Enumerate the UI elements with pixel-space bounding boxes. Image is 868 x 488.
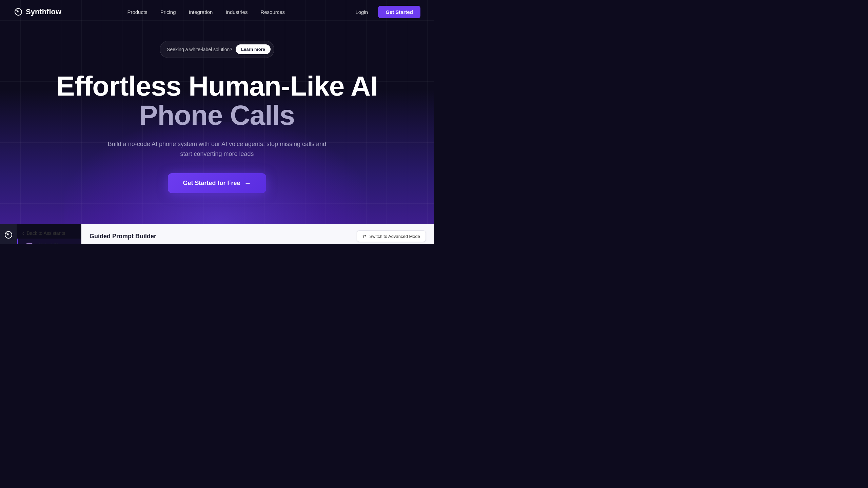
nav-resources[interactable]: Resources	[256, 6, 290, 18]
sidebar-nav: ‹ Back to Assistants 👩 Virtual AI Assist…	[17, 224, 81, 244]
panel-sidebar: T ‹ Back to Assistants 👩 Virtual AI Assi…	[0, 224, 81, 244]
sidebar-logo[interactable]	[3, 229, 14, 241]
website-section: Synthflow Products Pricing Integration I…	[0, 0, 434, 224]
back-label: Back to Assistants	[27, 230, 65, 236]
get-started-free-button[interactable]: Get Started for Free →	[168, 173, 266, 193]
nav-integration[interactable]: Integration	[184, 6, 217, 18]
switch-mode-icon: ⇄	[362, 233, 367, 239]
sidebar-s-icon	[4, 230, 13, 240]
hero-title-line2: Phone Calls	[139, 100, 295, 130]
logo-text: Synthflow	[26, 7, 61, 16]
nav-industries[interactable]: Industries	[221, 6, 252, 18]
logo-icon	[14, 7, 23, 17]
assistant-info: Virtual AI Assistant Outbound	[39, 242, 76, 244]
panel-main-content: Guided Prompt Builder ⇄ Switch to Advanc…	[81, 224, 434, 244]
chevron-left-icon: ‹	[22, 230, 24, 236]
learn-more-button[interactable]: Learn more	[236, 44, 271, 54]
nav-actions: Login Get Started	[351, 6, 420, 18]
sidebar-icon-strip: T	[0, 224, 17, 244]
hero-title: Effortless Human-Like AI Phone Calls	[56, 72, 378, 130]
bottom-panel: T ‹ Back to Assistants 👩 Virtual AI Assi…	[0, 224, 434, 244]
hero-section: Seeking a white-label solution? Learn mo…	[0, 24, 434, 193]
hero-subtitle: Build a no-code AI phone system with our…	[102, 139, 332, 159]
navbar: Synthflow Products Pricing Integration I…	[0, 0, 434, 24]
nav-products[interactable]: Products	[122, 6, 152, 18]
get-started-free-label: Get Started for Free	[183, 180, 240, 187]
assistant-avatar: 👩	[23, 243, 35, 244]
get-started-nav-button[interactable]: Get Started	[378, 6, 420, 18]
hero-title-line1: Effortless Human-Like AI	[56, 70, 378, 101]
logo[interactable]: Synthflow	[14, 7, 61, 17]
panel-title: Guided Prompt Builder	[90, 233, 156, 240]
login-button[interactable]: Login	[351, 6, 373, 18]
assistant-item[interactable]: 👩 Virtual AI Assistant Outbound	[17, 239, 81, 244]
assistant-name: Virtual AI Assistant	[39, 242, 76, 244]
switch-mode-label: Switch to Advanced Mode	[369, 234, 420, 239]
panel-header: Guided Prompt Builder ⇄ Switch to Advanc…	[90, 224, 426, 244]
white-label-text: Seeking a white-label solution?	[167, 47, 232, 52]
back-to-assistants[interactable]: ‹ Back to Assistants	[17, 228, 81, 239]
white-label-banner: Seeking a white-label solution? Learn mo…	[160, 41, 274, 58]
switch-to-advanced-button[interactable]: ⇄ Switch to Advanced Mode	[357, 230, 426, 242]
arrow-right-icon: →	[244, 179, 251, 187]
nav-pricing[interactable]: Pricing	[156, 6, 181, 18]
nav-links: Products Pricing Integration Industries …	[122, 6, 290, 18]
